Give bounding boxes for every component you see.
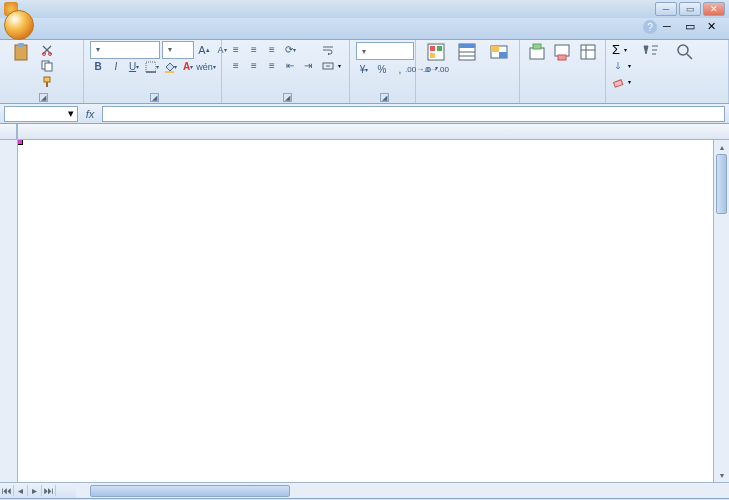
clear-button[interactable]: ▾ xyxy=(612,74,631,89)
copy-button[interactable] xyxy=(41,58,55,73)
format-cells-button[interactable] xyxy=(577,42,599,63)
fill-button[interactable]: ▾ xyxy=(612,58,631,73)
selection-marquee xyxy=(18,140,22,144)
svg-rect-23 xyxy=(530,48,544,59)
cell-styles-button[interactable] xyxy=(485,42,513,63)
svg-rect-24 xyxy=(533,44,541,49)
office-button[interactable] xyxy=(4,10,34,40)
wrap-text-button[interactable] xyxy=(322,42,341,57)
svg-rect-21 xyxy=(491,46,499,52)
screenshot-annotation xyxy=(18,140,22,144)
autosum-button[interactable]: Σ▾ xyxy=(612,42,631,57)
phonetic-button[interactable]: wén▾ xyxy=(198,59,214,75)
help-icon[interactable]: ? xyxy=(643,20,657,34)
ribbon-close-button[interactable]: ✕ xyxy=(707,20,723,34)
horizontal-scrollbar[interactable] xyxy=(76,484,729,498)
underline-button[interactable]: U▾ xyxy=(126,59,142,75)
svg-point-3 xyxy=(49,52,52,55)
merge-icon xyxy=(322,60,334,72)
table-format-icon xyxy=(457,42,477,62)
scroll-down-icon[interactable]: ▾ xyxy=(714,468,729,482)
paste-button[interactable] xyxy=(6,42,38,63)
svg-rect-28 xyxy=(614,79,623,86)
delete-icon xyxy=(552,42,572,62)
align-bottom-button[interactable]: ≡ xyxy=(264,42,280,58)
cut-button[interactable] xyxy=(41,42,55,57)
percent-button[interactable]: % xyxy=(374,62,390,78)
align-dialog-launcher[interactable]: ◢ xyxy=(283,93,292,102)
svg-rect-0 xyxy=(15,45,27,60)
fx-button[interactable]: fx xyxy=(82,106,98,122)
hscroll-thumb[interactable] xyxy=(90,485,290,497)
align-top-button[interactable]: ≡ xyxy=(228,42,244,58)
number-format-combo[interactable]: ▾ xyxy=(356,42,414,60)
align-center-button[interactable]: ≡ xyxy=(246,58,262,74)
font-size-combo[interactable]: ▾ xyxy=(162,41,194,59)
bucket-icon xyxy=(163,61,174,73)
chevron-down-icon: ▾ xyxy=(68,107,74,120)
number-dialog-launcher[interactable]: ◢ xyxy=(380,93,389,102)
font-dialog-launcher[interactable]: ◢ xyxy=(150,93,159,102)
find-select-button[interactable] xyxy=(669,42,701,63)
sheet-nav-prev[interactable]: ◂ xyxy=(14,485,28,496)
maximize-button[interactable]: ▭ xyxy=(679,2,701,16)
fill-handle[interactable] xyxy=(18,140,23,145)
format-painter-button[interactable] xyxy=(41,74,55,89)
cond-format-button[interactable]: ▾ xyxy=(422,42,450,71)
bold-button[interactable]: B xyxy=(90,59,106,75)
svg-rect-5 xyxy=(45,63,52,71)
insert-icon xyxy=(527,42,547,62)
sheet-nav-last[interactable]: ⏭ xyxy=(42,485,56,496)
ribbon-min-button[interactable]: ─ xyxy=(663,20,679,34)
table-format-button[interactable] xyxy=(453,42,481,63)
svg-rect-14 xyxy=(437,46,442,51)
find-icon xyxy=(675,42,695,62)
font-name-combo[interactable]: ▾ xyxy=(90,41,160,59)
delete-cells-button[interactable] xyxy=(551,42,573,63)
scroll-thumb[interactable] xyxy=(716,154,727,214)
insert-cells-button[interactable] xyxy=(526,42,548,63)
border-icon xyxy=(145,61,156,73)
select-all-corner[interactable] xyxy=(0,124,17,140)
brush-icon xyxy=(41,76,53,88)
worksheet-grid[interactable]: ▴ ▾ xyxy=(18,124,729,482)
svg-rect-6 xyxy=(44,77,50,82)
cut-icon xyxy=(41,44,53,56)
paste-icon xyxy=(12,42,32,62)
orientation-button[interactable]: ⟳▾ xyxy=(282,42,298,58)
wrap-icon xyxy=(322,44,334,56)
svg-rect-25 xyxy=(555,45,569,56)
align-left-button[interactable]: ≡ xyxy=(228,58,244,74)
clipboard-dialog-launcher[interactable]: ◢ xyxy=(39,93,48,102)
currency-button[interactable]: ¥▾ xyxy=(356,62,372,78)
font-color-button[interactable]: A▾ xyxy=(180,59,196,75)
sheet-nav-first[interactable]: ⏮ xyxy=(0,485,14,496)
border-button[interactable]: ▾ xyxy=(144,59,160,75)
minimize-button[interactable]: ─ xyxy=(655,2,677,16)
italic-button[interactable]: I xyxy=(108,59,124,75)
cell-styles-icon xyxy=(489,42,509,62)
svg-rect-7 xyxy=(46,82,48,87)
svg-point-2 xyxy=(43,52,46,55)
indent-inc-button[interactable]: ⇥ xyxy=(300,58,316,74)
sort-filter-button[interactable] xyxy=(634,42,666,63)
svg-rect-8 xyxy=(146,62,156,72)
eraser-icon xyxy=(612,76,624,88)
formula-bar[interactable] xyxy=(102,106,725,122)
copy-icon xyxy=(41,60,53,72)
merge-center-button[interactable]: ▾ xyxy=(322,58,341,73)
sheet-nav-next[interactable]: ▸ xyxy=(28,485,42,496)
name-box[interactable]: ▾ xyxy=(4,106,78,122)
indent-dec-button[interactable]: ⇤ xyxy=(282,58,298,74)
svg-rect-15 xyxy=(430,53,435,58)
grow-font-button[interactable]: A▴ xyxy=(196,42,212,58)
align-right-button[interactable]: ≡ xyxy=(264,58,280,74)
align-middle-button[interactable]: ≡ xyxy=(246,42,262,58)
fill-icon xyxy=(612,60,624,72)
cond-format-icon xyxy=(426,42,446,62)
close-button[interactable]: ✕ xyxy=(703,2,725,16)
scroll-up-icon[interactable]: ▴ xyxy=(714,140,729,154)
fill-color-button[interactable]: ▾ xyxy=(162,59,178,75)
ribbon-restore-button[interactable]: ▭ xyxy=(685,20,701,34)
vertical-scrollbar[interactable]: ▴ ▾ xyxy=(713,140,729,482)
